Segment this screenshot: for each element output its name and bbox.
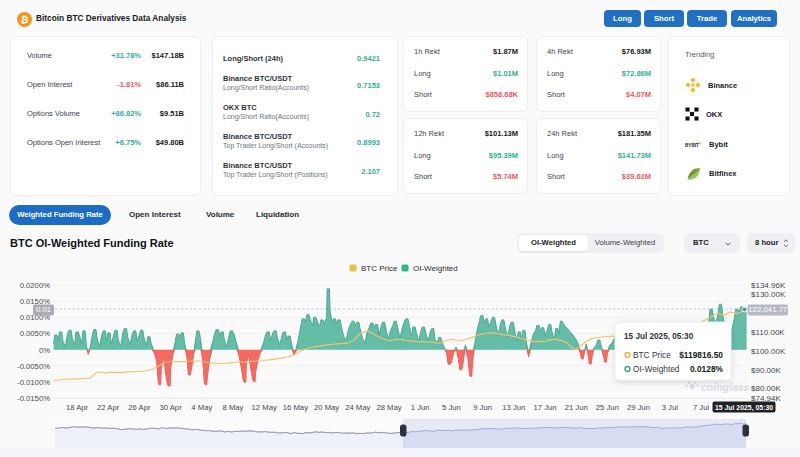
svg-text:$100.00K: $100.00K <box>751 347 786 356</box>
svg-text:1 Jun: 1 Jun <box>411 403 430 412</box>
svg-text:BTC Price: BTC Price <box>633 350 671 360</box>
svg-text:OI-Weighted: OI-Weighted <box>413 264 458 273</box>
svg-text:5 Jun: 5 Jun <box>442 403 461 412</box>
svg-text:$134.96K: $134.96K <box>751 281 786 290</box>
svg-text:$110.00K: $110.00K <box>751 328 785 337</box>
svg-text:20 May: 20 May <box>314 403 339 412</box>
svg-text:17 Jun: 17 Jun <box>533 403 556 412</box>
svg-text:122,041.77: 122,041.77 <box>748 305 787 314</box>
svg-text:0.01: 0.01 <box>36 305 51 314</box>
svg-text:0.0200%: 0.0200% <box>20 281 51 290</box>
svg-text:26 Apr: 26 Apr <box>128 403 151 412</box>
svg-text:16 May: 16 May <box>283 403 308 412</box>
svg-text:4 May: 4 May <box>191 403 212 412</box>
svg-text:7 Jul: 7 Jul <box>693 403 710 412</box>
svg-text:9 Jun: 9 Jun <box>473 403 492 412</box>
svg-text:$90.00K: $90.00K <box>751 366 781 375</box>
svg-text:18 Apr: 18 Apr <box>66 403 89 412</box>
svg-text:3 Jul: 3 Jul <box>662 403 679 412</box>
svg-text:0%: 0% <box>39 346 50 355</box>
svg-text:15 Jul 2025, 05:30: 15 Jul 2025, 05:30 <box>715 404 773 412</box>
svg-text:-0.0100%: -0.0100% <box>17 378 50 387</box>
svg-text:$80.00K: $80.00K <box>751 384 781 393</box>
svg-text:0.0050%: 0.0050% <box>20 329 51 338</box>
svg-text:15 Jul 2025, 05:30: 15 Jul 2025, 05:30 <box>624 332 694 341</box>
svg-text:coinglass: coinglass <box>701 381 750 393</box>
svg-text:29 Jun: 29 Jun <box>627 403 650 412</box>
svg-text:28 May: 28 May <box>376 403 401 412</box>
svg-text:-0.0150%: -0.0150% <box>17 394 50 403</box>
svg-text:21 Jun: 21 Jun <box>565 403 588 412</box>
svg-text:0.0128%: 0.0128% <box>690 364 724 374</box>
svg-text:BTC Price: BTC Price <box>361 264 398 273</box>
svg-text:8 May: 8 May <box>223 403 244 412</box>
svg-text:OI-Weighted: OI-Weighted <box>633 364 680 374</box>
svg-text:13 Jun: 13 Jun <box>502 403 525 412</box>
svg-text:12 May: 12 May <box>252 403 277 412</box>
svg-text:-0.0050%: -0.0050% <box>17 362 50 371</box>
svg-text:25 Jun: 25 Jun <box>596 403 619 412</box>
svg-text:$119816.50: $119816.50 <box>679 350 723 360</box>
svg-text:$130.00K: $130.00K <box>751 290 786 299</box>
svg-text:24 May: 24 May <box>345 403 370 412</box>
svg-text:30 Apr: 30 Apr <box>159 403 182 412</box>
svg-text:22 Apr: 22 Apr <box>97 403 120 412</box>
